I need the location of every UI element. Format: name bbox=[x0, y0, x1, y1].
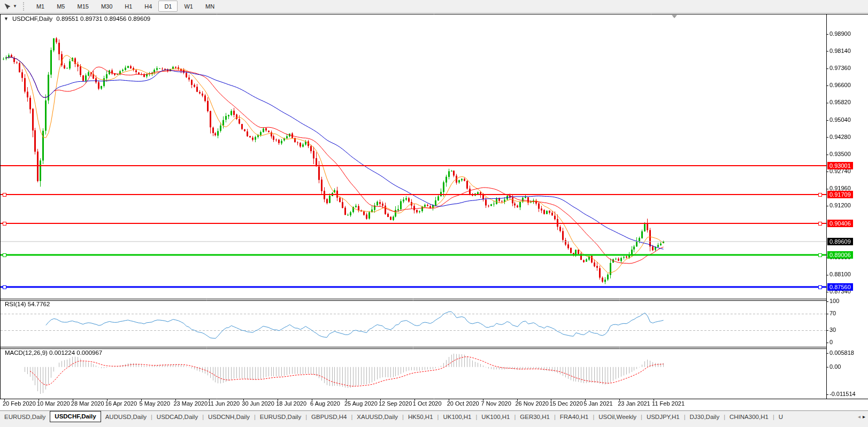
chart-symbol-period: USDCHF,Daily bbox=[12, 15, 52, 22]
tab-item-usdjpy-h1[interactable]: USDJPY,H1 bbox=[642, 412, 684, 422]
price-tick-label: 0.98900 bbox=[829, 30, 851, 37]
tab-item-usoil-weekly[interactable]: USOil,Weekly bbox=[594, 412, 641, 422]
tab-item-eurusd-daily[interactable]: EURUSD,Daily bbox=[256, 412, 305, 422]
date-label: 23 Jan 2021 bbox=[618, 400, 650, 407]
timeframe-button-m30[interactable]: M30 bbox=[95, 1, 118, 12]
tab-item-u[interactable]: U bbox=[774, 412, 787, 422]
status-bar bbox=[0, 423, 868, 427]
timeframe-buttons: M1M5M15M30H1H4D1W1MN bbox=[30, 1, 221, 12]
chart-shift-marker-icon[interactable] bbox=[672, 15, 677, 18]
date-label: 25 Aug 2020 bbox=[344, 400, 378, 407]
current-price-label: 0.89609 bbox=[827, 238, 853, 245]
price-level-label: 0.93001 bbox=[827, 162, 853, 169]
tab-item-usdcnh-daily[interactable]: USDCNH,Daily bbox=[204, 412, 254, 422]
tab-item-audusd-daily[interactable]: AUDUSD,Daily bbox=[101, 412, 151, 422]
macd-indicator-label: MACD(12,26,9) 0.001224 0.000967 bbox=[5, 350, 102, 356]
date-label: 26 Nov 2020 bbox=[516, 400, 549, 407]
timeframe-button-mn[interactable]: MN bbox=[199, 1, 220, 12]
tab-scroll-left-icon[interactable]: ◂ bbox=[858, 414, 861, 420]
collapse-caret-icon[interactable]: ▼ bbox=[4, 16, 9, 21]
price-tick-label: 0.96600 bbox=[829, 82, 851, 89]
date-label: 1 Oct 2020 bbox=[413, 400, 442, 407]
date-label: 16 Apr 2020 bbox=[105, 400, 137, 407]
rsi-indicator-label: RSI(14) 54.7762 bbox=[5, 301, 50, 307]
date-label: 6 Aug 2020 bbox=[310, 400, 340, 407]
date-label: 11 Jun 2020 bbox=[208, 400, 240, 407]
price-tick-label: 0.97360 bbox=[829, 65, 851, 72]
tab-item-usdcad-daily[interactable]: USDCAD,Daily bbox=[152, 412, 202, 422]
tab-item-uk100-h1[interactable]: UK100,H1 bbox=[439, 412, 475, 422]
timeframe-button-m15[interactable]: M15 bbox=[71, 1, 94, 12]
date-label: 28 Mar 2020 bbox=[71, 400, 104, 407]
date-label: 11 Feb 2021 bbox=[652, 400, 685, 407]
date-label: 12 Sep 2020 bbox=[379, 400, 412, 407]
date-label: 10 Mar 2020 bbox=[37, 400, 70, 407]
tab-item-fra40-h1[interactable]: FRA40,H1 bbox=[556, 412, 593, 422]
chart-canvas[interactable] bbox=[0, 13, 868, 409]
timeframe-button-d1[interactable]: D1 bbox=[158, 1, 178, 12]
price-tick-label: 0.95820 bbox=[829, 99, 851, 106]
timeframe-button-h4[interactable]: H4 bbox=[139, 1, 158, 12]
macd-tick-label: 0.005818 bbox=[829, 350, 854, 356]
timeframe-button-m1[interactable]: M1 bbox=[30, 1, 50, 12]
chart-tabs-bar: EURUSD,DailyUSDCHF,DailyAUDUSD,Daily|USD… bbox=[0, 410, 868, 423]
tab-item-ger30-h1[interactable]: GER30,H1 bbox=[516, 412, 554, 422]
macd-tick-label: 0.00 bbox=[829, 363, 841, 370]
date-label: 20 Oct 2020 bbox=[447, 400, 479, 407]
tab-item-china300-h1[interactable]: CHINA300,H1 bbox=[725, 412, 773, 422]
date-label: 5 May 2020 bbox=[140, 400, 170, 407]
price-tick-label: 0.91200 bbox=[829, 202, 851, 209]
date-label: 7 Nov 2020 bbox=[481, 400, 511, 407]
date-label: 23 May 2020 bbox=[174, 400, 208, 407]
rsi-tick-label: 70 bbox=[829, 310, 836, 317]
price-tick-label: 0.95040 bbox=[829, 117, 851, 123]
tab-item-eurusd-daily[interactable]: EURUSD,Daily bbox=[0, 412, 50, 422]
tab-scroll-arrows: ◂▸ bbox=[857, 414, 868, 420]
date-label: 15 Dec 2020 bbox=[549, 400, 582, 407]
price-tick-label: 0.88100 bbox=[829, 271, 851, 278]
price-tick-label: 0.93500 bbox=[829, 151, 851, 158]
pointer-tool-dropdown[interactable]: ▼ bbox=[0, 1, 21, 12]
rsi-tick-label: 0 bbox=[829, 339, 833, 346]
timeframe-button-m5[interactable]: M5 bbox=[51, 1, 71, 12]
timeframe-button-w1[interactable]: W1 bbox=[178, 1, 199, 12]
tab-item-gbpusd-h4[interactable]: GBPUSD,H4 bbox=[307, 412, 351, 422]
timeframe-button-h1[interactable]: H1 bbox=[119, 1, 138, 12]
chart-ohlc-values: 0.89551 0.89731 0.89456 0.89609 bbox=[56, 15, 150, 22]
date-label: 30 Jun 2020 bbox=[242, 400, 274, 407]
macd-tick-label: -0.011514 bbox=[829, 391, 856, 398]
rsi-tick-label: 30 bbox=[829, 327, 836, 333]
tab-item-usdchf-daily[interactable]: USDCHF,Daily bbox=[50, 411, 101, 422]
toolbar-grip bbox=[23, 2, 26, 11]
price-level-label: 0.90406 bbox=[827, 220, 853, 227]
tab-item-dj30-daily[interactable]: DJ30,Daily bbox=[686, 412, 724, 422]
chart-title-bar: ▼ USDCHF,Daily 0.89551 0.89731 0.89456 0… bbox=[4, 15, 150, 22]
timeframe-toolbar: ▼ M1M5M15M30H1H4D1W1MN bbox=[0, 0, 868, 13]
price-level-label: 0.91709 bbox=[827, 191, 853, 198]
date-label: 5 Jan 2021 bbox=[583, 400, 612, 407]
price-level-label: 0.87560 bbox=[827, 283, 853, 291]
cursor-icon bbox=[4, 3, 11, 10]
tab-item-hk50-h1[interactable]: HK50,H1 bbox=[404, 412, 437, 422]
date-label: 18 Jul 2020 bbox=[276, 400, 306, 407]
tab-scroll-right-icon[interactable]: ▸ bbox=[863, 414, 865, 420]
tab-item-uk100-h1[interactable]: UK100,H1 bbox=[477, 412, 514, 422]
date-label: 20 Feb 2020 bbox=[3, 400, 36, 407]
tab-item-xauusd-daily[interactable]: XAUUSD,Daily bbox=[352, 412, 402, 422]
price-tick-label: 0.98140 bbox=[829, 48, 851, 55]
chevron-down-icon: ▼ bbox=[13, 4, 17, 9]
rsi-tick-label: 100 bbox=[829, 298, 839, 305]
price-tick-label: 0.94280 bbox=[829, 134, 851, 141]
price-level-label: 0.89006 bbox=[827, 251, 853, 259]
trading-platform-window: ▼ M1M5M15M30H1H4D1W1MN ▼ USDCHF,Daily 0.… bbox=[0, 0, 868, 427]
